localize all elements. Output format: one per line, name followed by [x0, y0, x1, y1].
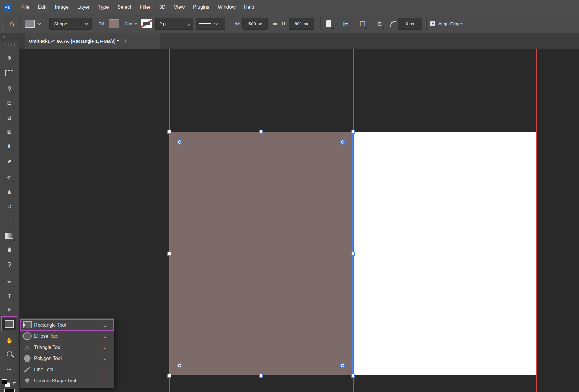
rectangle-shape[interactable]: [169, 132, 353, 375]
path-operations-button[interactable]: [323, 18, 335, 30]
field-divider: [185, 19, 185, 29]
color-swatches[interactable]: ⇄: [2, 378, 19, 387]
toolbar-expand-button[interactable]: »: [0, 33, 19, 41]
close-icon[interactable]: ✕: [123, 38, 127, 44]
chevron-down-icon: [214, 21, 218, 25]
eyedropper-tool[interactable]: ✒: [4, 140, 15, 151]
options-grip[interactable]: [2, 18, 3, 30]
menu-edit[interactable]: Edit: [34, 0, 51, 14]
dodge-tool[interactable]: ⚲: [4, 259, 15, 270]
menu-plugins[interactable]: Plugins: [189, 0, 214, 14]
frame-tool-icon: ⊠: [7, 129, 12, 135]
swap-colors-icon[interactable]: ⇄: [12, 380, 16, 386]
brush-tool[interactable]: ✏: [4, 171, 15, 183]
move-tool[interactable]: ✥: [4, 52, 15, 64]
type-tool[interactable]: T: [4, 290, 15, 302]
zoom-tool-icon: [7, 351, 12, 356]
menu-window[interactable]: Window: [214, 0, 240, 14]
transform-handle[interactable]: [351, 252, 355, 256]
stroke-width-value: 2 pt: [159, 21, 167, 26]
menu-file[interactable]: File: [17, 0, 34, 14]
spot-healing-brush-tool[interactable]: ▮: [4, 155, 15, 167]
corner-radius-widget[interactable]: [177, 363, 182, 368]
tool-preset-picker[interactable]: [25, 20, 41, 28]
transform-handle[interactable]: [259, 374, 263, 378]
shape-settings-button[interactable]: ⚙: [374, 18, 385, 30]
menu-3d[interactable]: 3D: [155, 0, 169, 14]
align-edges-checkbox[interactable]: ✔: [430, 21, 435, 26]
flyout-item-label: Ellipse Tool: [34, 334, 103, 339]
flyout-item-triangle-tool[interactable]: △Triangle ToolU: [20, 342, 114, 353]
lasso-tool[interactable]: ϙ: [4, 82, 15, 93]
home-icon[interactable]: ⌂: [9, 20, 14, 28]
flyout-item-custom-shape-tool[interactable]: ✾Custom Shape ToolU: [20, 375, 114, 386]
guide-line[interactable]: [536, 49, 537, 392]
flyout-item-polygon-tool[interactable]: Polygon ToolU: [20, 353, 114, 364]
document-tab-title: Untitled-1 @ 66.7% (Rectangle 1, RGB/8) …: [29, 39, 119, 44]
transform-handle[interactable]: [351, 130, 355, 134]
gear-icon: ⚙: [377, 21, 382, 27]
flyout-item-rectangle-tool[interactable]: Rectangle ToolU: [20, 319, 114, 331]
history-brush-tool[interactable]: ↺: [4, 201, 15, 212]
solid-line-icon: [199, 23, 211, 24]
zoom-tool[interactable]: [4, 348, 15, 359]
rectangular-marquee-tool[interactable]: [4, 67, 15, 79]
document-tab[interactable]: Untitled-1 @ 66.7% (Rectangle 1, RGB/8) …: [25, 33, 160, 49]
pen-tool[interactable]: ✒: [4, 276, 15, 287]
edit-toolbar[interactable]: •••: [4, 364, 15, 375]
frame-tool[interactable]: ⊠: [4, 126, 15, 137]
quick-mask-button[interactable]: [4, 389, 15, 392]
object-selection-tool[interactable]: ⊡: [4, 97, 15, 108]
tool-mode-select[interactable]: Shape: [49, 18, 92, 30]
menu-bar: Ps FileEditImageLayerTypeSelectFilter3DV…: [0, 0, 579, 14]
menu-type[interactable]: Type: [94, 0, 113, 14]
toolbar-grip[interactable]: [4, 43, 15, 46]
fill-label: Fill:: [98, 21, 105, 26]
menu-help[interactable]: Help: [240, 0, 258, 14]
flyout-item-shortcut: U: [103, 345, 114, 350]
width-input[interactable]: 600 px: [242, 18, 268, 30]
corner-radius-widget[interactable]: [177, 140, 182, 145]
stroke-style-select[interactable]: [196, 18, 225, 30]
corner-radius-widget[interactable]: [340, 140, 345, 145]
flyout-item-line-tool[interactable]: Line ToolU: [20, 364, 114, 375]
lasso-tool-icon: ϙ: [8, 85, 11, 90]
foreground-color-swatch[interactable]: [2, 379, 7, 384]
menubar-items: FileEditImageLayerTypeSelectFilter3DView…: [17, 0, 258, 14]
stroke-width-select[interactable]: 2 pt: [155, 18, 193, 30]
flyout-item-ellipse-tool[interactable]: Ellipse ToolU: [20, 331, 114, 342]
corner-radius-input[interactable]: 0 px: [398, 18, 422, 30]
transform-handle[interactable]: [167, 252, 171, 256]
flyout-item-label: Line Tool: [34, 367, 103, 372]
menu-filter[interactable]: Filter: [135, 0, 155, 14]
crop-tool[interactable]: ⧉: [4, 112, 15, 123]
transform-handle[interactable]: [167, 130, 171, 134]
menu-view[interactable]: View: [170, 0, 189, 14]
corner-radius-widget[interactable]: [340, 363, 345, 368]
menu-select[interactable]: Select: [113, 0, 135, 14]
tab-bar: Untitled-1 @ 66.7% (Rectangle 1, RGB/8) …: [19, 33, 579, 49]
blur-tool[interactable]: [4, 244, 15, 256]
spot-healing-brush-tool-icon: ▮: [7, 158, 12, 164]
hand-tool[interactable]: ✋: [4, 335, 15, 346]
path-selection-tool[interactable]: ➤: [4, 304, 15, 315]
transform-handle[interactable]: [259, 130, 263, 134]
transform-handle[interactable]: [167, 374, 171, 378]
eraser-tool[interactable]: ▱: [4, 216, 15, 227]
clone-stamp-tool[interactable]: ♟: [4, 186, 15, 198]
fill-swatch[interactable]: [109, 19, 119, 28]
path-arrangement-button[interactable]: ❏: [357, 18, 369, 30]
menu-image[interactable]: Image: [51, 0, 73, 14]
gradient-tool[interactable]: [4, 230, 15, 241]
path-alignment-button[interactable]: ⊫: [340, 18, 352, 30]
tool-preset-icon: [25, 20, 35, 28]
link-dimensions-icon[interactable]: ∞: [273, 20, 277, 27]
guide-line[interactable]: [353, 49, 354, 392]
foreground-background-swatch[interactable]: [2, 379, 10, 387]
stroke-swatch[interactable]: [141, 19, 152, 28]
menu-layer[interactable]: Layer: [73, 0, 94, 14]
ellipse-tool-icon: [20, 332, 34, 340]
height-input[interactable]: 801 px: [289, 18, 314, 30]
transform-handle[interactable]: [351, 374, 355, 378]
flyout-item-shortcut: U: [103, 367, 114, 372]
